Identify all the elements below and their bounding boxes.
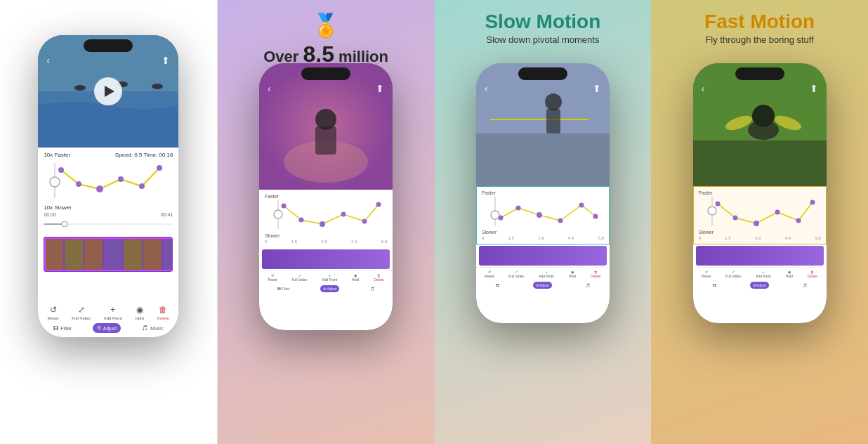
- play-triangle-icon: [105, 86, 114, 97]
- scrubber: [44, 221, 173, 227]
- svg-rect-38: [476, 133, 610, 186]
- svg-point-32: [299, 218, 304, 223]
- mini-tab-adjust-3[interactable]: ⚙ Adjust: [533, 282, 552, 289]
- slower-label-row: 10x Slower: [44, 204, 173, 211]
- adjust-label: Adjust: [103, 326, 117, 331]
- mini-reset-3[interactable]: ↺Reset: [485, 270, 494, 278]
- svg-rect-51: [693, 141, 827, 186]
- svg-point-63: [810, 200, 815, 205]
- slower-label-4: Slower: [699, 230, 821, 235]
- svg-point-49: [593, 214, 598, 219]
- graph-svg-2: [265, 199, 387, 230]
- graph-panel-4: Faster Slower 01.52.94.45.8: [693, 186, 827, 244]
- svg-point-31: [282, 204, 287, 209]
- mini-fullvideo-4[interactable]: ⤢Full Video: [725, 270, 741, 278]
- svg-point-12: [157, 165, 162, 171]
- mini-delete-3[interactable]: 🗑Delete: [591, 270, 600, 278]
- svg-point-62: [796, 218, 801, 223]
- video-area: [38, 35, 178, 148]
- mini-delete-4[interactable]: 🗑Delete: [808, 270, 817, 278]
- phone-screen-4: ‹ ⬆ F: [693, 63, 827, 323]
- timeline-svg: [44, 237, 173, 272]
- adjust-icon: ⚙: [97, 325, 101, 331]
- tab-music[interactable]: 🎵 Music: [138, 323, 167, 333]
- phone-island: [84, 39, 133, 52]
- mini-tab-filter-3[interactable]: 🎞: [493, 282, 502, 289]
- mini-hold-3[interactable]: ◉Hold: [569, 270, 576, 278]
- upload-icon-2: ⬆: [376, 83, 384, 94]
- time-end: 00:41: [161, 212, 173, 217]
- toolbar-delete[interactable]: 🗑 Delete: [157, 305, 169, 320]
- back-icon-4: ‹: [702, 83, 705, 94]
- fast-motion-subtitle: Fly through the boring stuff: [651, 34, 868, 45]
- mini-toolbar-4: ↺Reset ⤢Full Video +Add Point ◉Hold 🗑Del…: [693, 267, 827, 280]
- back-icon-2: ‹: [268, 83, 271, 94]
- phone-screen-1: ‹ ⬆: [38, 35, 178, 337]
- back-icon-3: ‹: [485, 83, 488, 94]
- mini-tab-music-3[interactable]: 🎵: [583, 282, 593, 289]
- phone-island-4: [735, 67, 784, 80]
- toolbar-row: ↺ Reset ⤢ Full Video + Add Point ◉ Hold: [41, 305, 176, 320]
- phone-screen-3: ‹ ⬆ Faster: [476, 63, 610, 323]
- svg-point-44: [498, 216, 503, 221]
- athlete-video-bg: [476, 63, 610, 186]
- speed-graph-area: 10x Faster Speed: 0.5 Time: 00:16: [38, 148, 178, 234]
- svg-point-11: [139, 183, 145, 189]
- graph-panel-3: Faster Slower 01.52.94.45.8: [476, 186, 610, 244]
- mini-tab-music-4[interactable]: 🎵: [800, 282, 810, 289]
- mini-tab-adjust-4[interactable]: ⚙ Adjust: [750, 282, 769, 289]
- speed-label-row: 10x Faster Speed: 0.5 Time: 00:16: [44, 152, 173, 158]
- speed-graph-svg: [44, 159, 173, 202]
- mini-fullvideo-3[interactable]: ⤢Full Video: [508, 270, 524, 278]
- mini-addpoint[interactable]: +Add Point: [322, 273, 337, 282]
- svg-rect-20: [104, 238, 122, 270]
- svg-point-34: [341, 212, 346, 217]
- svg-point-61: [775, 210, 780, 215]
- mini-tab-music-2[interactable]: 🎵: [367, 285, 377, 292]
- back-icon: ‹: [46, 55, 50, 66]
- upload-icon-4: ⬆: [810, 83, 818, 94]
- tab-adjust[interactable]: ⚙ Adjust: [93, 323, 121, 333]
- slow-motion-subtitle: Slow down pivotal moments: [435, 34, 652, 45]
- mini-hold[interactable]: ◉Hold: [352, 273, 359, 282]
- toolbar-hold[interactable]: ◉ Hold: [135, 305, 143, 320]
- mini-tab-row-4: 🎞 ⚙ Adjust 🎵: [693, 280, 827, 290]
- toolbar-addpoint[interactable]: + Add Point: [104, 305, 122, 320]
- svg-rect-18: [65, 238, 83, 270]
- play-button[interactable]: [94, 77, 122, 105]
- mini-reset[interactable]: ↺Reset: [268, 273, 277, 282]
- mini-tab-filter-4[interactable]: 🎞: [710, 282, 719, 289]
- filter-label: Filter: [60, 326, 72, 331]
- slower-label-2: Slower: [265, 233, 387, 238]
- svg-point-6: [50, 177, 60, 187]
- mini-addpoint-3[interactable]: +Add Point: [539, 270, 554, 278]
- x-labels-2: 01.52.94.45.8: [265, 240, 387, 244]
- mini-reset-4[interactable]: ↺Reset: [702, 270, 711, 278]
- filter-icon: 🎞: [53, 326, 58, 331]
- svg-point-48: [579, 203, 584, 208]
- tab-row: 🎞 Filter ⚙ Adjust 🎵 Music: [41, 323, 176, 333]
- addpoint-label: Add Point: [104, 316, 122, 320]
- faster-label: 10x Faster: [44, 152, 70, 158]
- panel-app-demo: ‹ ⬆: [0, 0, 218, 444]
- mini-fullvideo[interactable]: ⤢Full Video: [291, 273, 307, 282]
- svg-point-43: [491, 211, 499, 219]
- mini-tab-filter-2[interactable]: 🎞 Filter: [275, 285, 293, 292]
- bike-video-bg: [259, 63, 393, 190]
- music-icon: 🎵: [142, 325, 148, 331]
- mini-hold-4[interactable]: ◉Hold: [786, 270, 793, 278]
- panel-downloads: 🏅 Over 8.5 milliondownloads ‹ ⬆: [218, 0, 435, 444]
- slower-label-3: Slower: [482, 230, 604, 235]
- mini-tab-row-3: 🎞 ⚙ Adjust 🎵: [476, 280, 610, 290]
- laurel-decoration: 🏅: [312, 14, 340, 37]
- faster-label-3: Faster: [482, 190, 604, 195]
- svg-rect-21: [124, 238, 142, 270]
- panel-fast-motion: Fast Motion Fly through the boring stuff…: [651, 0, 868, 444]
- mini-delete[interactable]: 🗑Delete: [374, 273, 383, 282]
- toolbar-reset[interactable]: ↺ Reset: [48, 305, 59, 320]
- mini-addpoint-4[interactable]: +Add Point: [756, 270, 771, 278]
- tab-filter[interactable]: 🎞 Filter: [49, 324, 76, 333]
- phone-island-3: [518, 67, 567, 80]
- toolbar-fullvideo[interactable]: ⤢ Full Video: [72, 305, 91, 320]
- mini-tab-adjust-2[interactable]: ⚙ Adjust: [320, 285, 339, 292]
